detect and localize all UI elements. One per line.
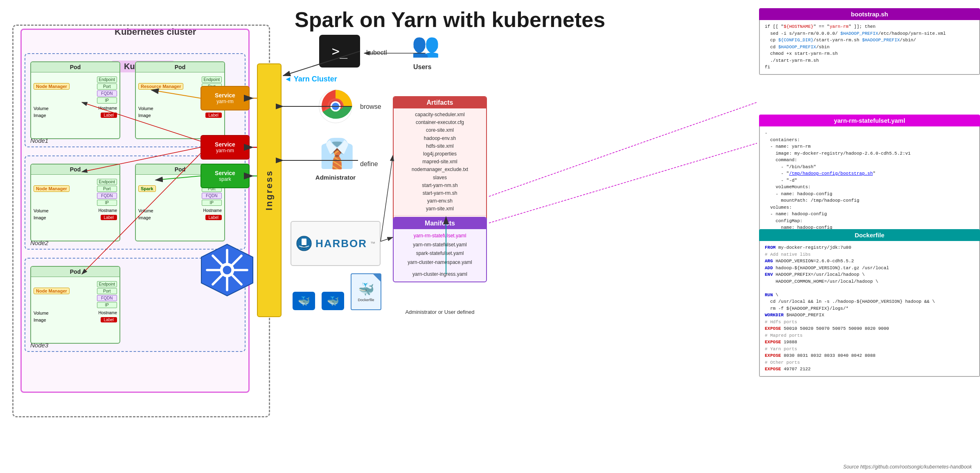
artifact-item: start-yarn-rm.sh	[398, 189, 482, 197]
node3-pod: Pod Node Manager Endpoint Port FQDN IP V…	[30, 266, 120, 344]
pod-label-tag: Label	[101, 113, 117, 118]
manifest-item-4: yarn-cluster-namespace.yaml	[398, 258, 482, 267]
svg-point-6	[223, 266, 232, 275]
pod-tag-fqdn: FQDN	[97, 90, 117, 97]
terminal-prompt: >_	[332, 43, 348, 59]
ingress-label: Ingress	[264, 170, 275, 210]
bootstrap-panel: bootstrap.sh if [[ "${HOSTNAME}" == "yar…	[759, 8, 980, 75]
administrator-label: Administrator	[311, 174, 360, 181]
node2-left-pod-node-manager: Node Manager	[34, 185, 70, 192]
chrome-icon	[317, 88, 354, 125]
yaml-rm-panel-title: yarn-rm-statefulset.yaml	[759, 115, 980, 126]
manifest-item-1: yarn-rm-statefulset.yaml	[398, 232, 482, 241]
ingress-box: Ingress	[257, 63, 282, 317]
administrator-icon: 👔	[319, 139, 355, 168]
node1-left-pod-node-manager: Node Manager	[34, 83, 70, 90]
svg-line-40	[489, 143, 757, 223]
dockerfile-code: FROM my-docker-registry/jdk:7u80 # Add n…	[759, 241, 980, 377]
dockerfile-panel-title: Dockerfile	[759, 229, 980, 241]
dockerfile-icon-label: Dockerfile	[358, 298, 374, 302]
pod-tag-endpoint: Endpoint	[97, 77, 117, 83]
node1-label: Node1	[30, 137, 48, 144]
manifest-item-3: spark-statefulset.yaml	[398, 249, 482, 258]
artifact-item: slaves	[398, 174, 482, 182]
svg-rect-16	[302, 239, 306, 245]
artifact-item: nodemanager_exclude.txt	[398, 166, 482, 173]
node3-label: Node3	[30, 342, 48, 349]
yarn-cluster-label: Yarn Cluster	[294, 75, 337, 83]
page-title: Spark on Yarn with kubernetes	[295, 7, 605, 32]
service-name-spark: spark	[219, 176, 231, 182]
harbor-tm: ™	[370, 241, 375, 246]
yaml-rm-code: - containers: - name: yarn-rm image: my-…	[759, 126, 980, 242]
define-label: define	[360, 160, 378, 168]
manifests-title: Manifests	[394, 218, 486, 229]
manifest-item-5: yarn-cluster-ingress.yaml	[398, 270, 482, 279]
harbor-logo: HARBOR ™	[291, 221, 381, 266]
pod-hostname: Hostname	[98, 106, 117, 111]
node2-label: Node2	[30, 239, 48, 246]
docker-icon-2: 🐳	[322, 292, 344, 310]
yarn-cluster-annotation: ◄ Yarn Cluster	[284, 75, 337, 83]
artifact-item: mapred-site.xml	[398, 158, 482, 166]
kubernetes-logo	[198, 241, 256, 299]
artifact-item: container-executor.cfg	[398, 119, 482, 126]
dockerfile-whale-icon: 🐳	[358, 282, 374, 297]
artifact-item: log4j.properties	[398, 150, 482, 158]
node1-right-pod-resource-manager: Resource Manager	[138, 83, 183, 90]
service-spark: Service spark	[201, 164, 250, 188]
pod-tag-port: Port	[97, 83, 117, 90]
svg-line-36	[381, 155, 393, 241]
artifacts-title: Artifacts	[394, 97, 486, 108]
pod-volume: Volume	[34, 106, 49, 111]
manifest-item-2: yarn-nm-statefulset.yaml	[398, 241, 482, 250]
pod-tag-ip: IP	[97, 97, 117, 104]
artifact-item: yarn-env.sh	[398, 197, 482, 205]
users-icon: 👥	[409, 31, 442, 59]
node3-pod-node-manager: Node Manager	[34, 288, 70, 294]
service-yarn-nm: Service yarn-nm	[201, 135, 250, 160]
artifact-item: start-yarn-nm.sh	[398, 182, 482, 189]
terminal-icon: >_	[319, 35, 360, 68]
service-label-1: Service	[215, 92, 235, 99]
docker-icon-1: 🐳	[293, 292, 315, 310]
node1-pod-left-title: Pod	[31, 62, 119, 72]
artifacts-box: Artifacts capacity-scheduler.xml contain…	[393, 96, 487, 226]
dockerfile-panel: Dockerfile FROM my-docker-registry/jdk:7…	[759, 229, 980, 377]
artifact-item: hadoop-env.sh	[398, 135, 482, 142]
svg-line-39	[489, 102, 757, 196]
bootstrap-panel-title: bootstrap.sh	[759, 8, 980, 20]
artifact-item: yarn-site.xml	[398, 205, 482, 213]
bootstrap-code: if [[ "${HOSTNAME}" == "yarn-rm" ]]; the…	[759, 20, 980, 75]
source-label: Source https://github.com/rootsongic/kub…	[843, 464, 972, 470]
svg-line-37	[381, 237, 393, 241]
node2-pod-left: Pod Node Manager Endpoint Port FQDN IP V…	[30, 164, 120, 241]
pod-image: Image	[34, 113, 46, 118]
manifests-content: yarn-rm-statefulset.yaml yarn-nm-statefu…	[394, 229, 486, 282]
service-label-3: Service	[215, 170, 235, 176]
artifact-item: capacity-scheduler.xml	[398, 111, 482, 119]
node2-right-pod-spark: Spark	[138, 185, 156, 192]
docker-icons-row: 🐳 🐳 🐳 Dockerfile	[293, 273, 381, 310]
artifacts-content: capacity-scheduler.xml container-executo…	[394, 108, 486, 215]
harbor-text: HARBOR	[315, 237, 367, 250]
service-yarn-rm: Service yarn-rm	[201, 86, 250, 110]
kubectl-label: kubectl	[366, 49, 387, 56]
service-label-2: Service	[215, 141, 235, 148]
node1-pod-left: Pod Node Manager Endpoint Port FQDN IP V…	[30, 61, 120, 139]
doc-corner	[373, 274, 381, 282]
svg-point-3	[332, 103, 339, 110]
yarn-cluster-arrow: ◄	[284, 75, 292, 83]
admin-user-defined-label: Administrator or User defined	[393, 309, 487, 315]
node1-pod-right-title: Pod	[136, 62, 224, 72]
dockerfile-icon-box: 🐳 Dockerfile	[351, 273, 381, 310]
artifact-item: hdfs-site.xml	[398, 142, 482, 150]
service-name-yarn-nm: yarn-nm	[216, 148, 234, 153]
yaml-rm-panel: yarn-rm-statefulset.yaml - containers: -…	[759, 115, 980, 242]
service-name-yarn-rm: yarn-rm	[216, 99, 233, 104]
artifact-item: core-site.xml	[398, 126, 482, 134]
manifests-box: Manifests yarn-rm-statefulset.yaml yarn-…	[393, 217, 487, 282]
browse-label: browse	[360, 103, 381, 110]
users-label: Users	[413, 63, 431, 71]
